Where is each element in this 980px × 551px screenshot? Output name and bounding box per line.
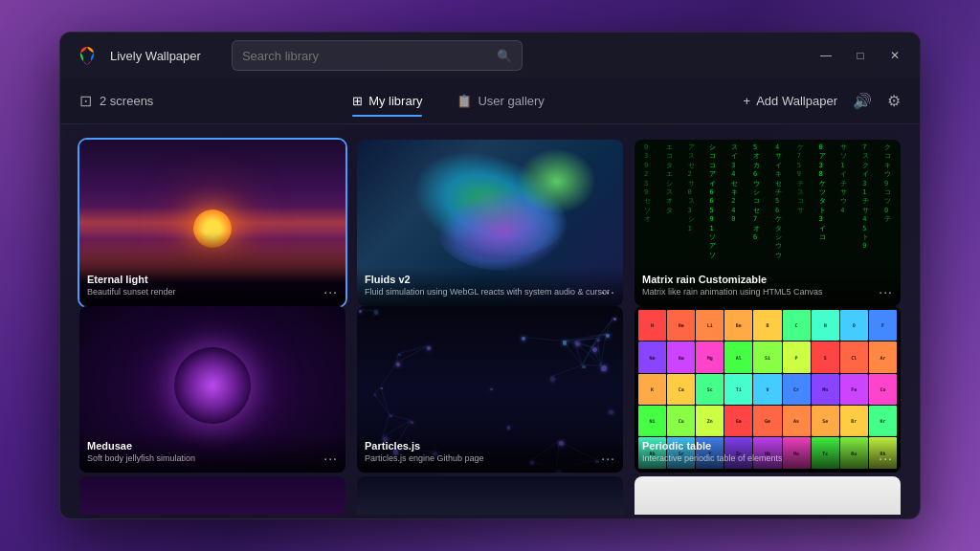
- add-wallpaper-button[interactable]: + Add Wallpaper: [744, 94, 837, 108]
- svg-line-21: [390, 415, 411, 421]
- wallpaper-grid: Eternal light Beautiful sunset render ··…: [60, 124, 920, 476]
- screens-indicator[interactable]: ⊡ 2 screens: [79, 92, 153, 110]
- card-info-medusa: Medusae Soft body jellyfish simulation: [79, 433, 345, 473]
- svg-line-38: [582, 339, 597, 365]
- svg-line-17: [396, 354, 398, 364]
- settings-button[interactable]: ⚙: [887, 92, 901, 110]
- user-gallery-icon: 📋: [457, 94, 472, 108]
- card-name-particles: Particles.js: [365, 439, 615, 452]
- svg-line-22: [381, 363, 397, 386]
- card-desc-particles: Particles.js engine Github page: [365, 453, 615, 465]
- tab-my-library[interactable]: ⊞ My library: [337, 86, 437, 116]
- svg-line-27: [575, 334, 607, 342]
- card-name-eternal-light: Eternal light: [87, 273, 338, 286]
- card-name-fluids: Fluids v2: [365, 273, 615, 286]
- tab-user-gallery[interactable]: 📋 User gallery: [441, 86, 559, 116]
- card-name-periodic: Periodic table: [642, 439, 893, 452]
- card-info-matrix: Matrix rain Customizable Matrix like rai…: [635, 267, 901, 306]
- svg-line-3: [582, 365, 601, 366]
- add-wallpaper-label: Add Wallpaper: [756, 94, 837, 108]
- svg-line-8: [359, 310, 374, 311]
- card-menu-matrix[interactable]: ···: [879, 285, 893, 298]
- window-controls: — □ ✕: [816, 46, 904, 65]
- svg-line-43: [381, 387, 390, 415]
- card-menu-medusa[interactable]: ···: [323, 452, 338, 465]
- wallpaper-card-matrix[interactable]: 039239セソオエコタエシスオタアスセ2サ0ス3シ1シココアイ66591ソアソ…: [635, 140, 901, 306]
- card-info-periodic: Periodic table Interactive periodic tabl…: [635, 433, 901, 473]
- app-window: Lively Wallpaper 🔍 — □ ✕ ⊡ 2 screens ⊞ M…: [59, 32, 921, 519]
- card-info-eternal-light: Eternal light Beautiful sunset render: [79, 267, 345, 306]
- nav-right: + Add Wallpaper 🔊 ⚙: [744, 92, 901, 110]
- svg-line-42: [374, 387, 381, 394]
- card-menu-fluids[interactable]: ···: [601, 285, 615, 298]
- maximize-button[interactable]: □: [851, 46, 870, 65]
- card-name-matrix: Matrix rain Customizable: [642, 273, 893, 286]
- screens-label: 2 screens: [100, 94, 153, 108]
- svg-line-7: [396, 346, 427, 364]
- search-bar[interactable]: 🔍: [232, 40, 523, 71]
- screens-icon: ⊡: [79, 92, 92, 110]
- svg-line-36: [592, 318, 613, 347]
- my-library-label: My library: [368, 94, 422, 108]
- partial-card-3[interactable]: [635, 476, 901, 515]
- volume-button[interactable]: 🔊: [853, 92, 872, 110]
- my-library-icon: ⊞: [352, 94, 363, 108]
- wallpaper-card-particles[interactable]: Particles.js Particles.js engine Github …: [357, 306, 623, 473]
- app-title: Lively Wallpaper: [110, 49, 201, 63]
- add-icon: +: [744, 94, 751, 108]
- card-desc-eternal-light: Beautiful sunset render: [87, 287, 338, 298]
- title-bar: Lively Wallpaper 🔍 — □ ✕: [60, 33, 920, 78]
- app-logo: [76, 44, 99, 67]
- nav-bar: ⊡ 2 screens ⊞ My library 📋 User gallery …: [60, 78, 920, 124]
- svg-line-19: [522, 337, 563, 341]
- card-name-medusa: Medusae: [87, 439, 338, 452]
- user-gallery-label: User gallery: [478, 94, 544, 108]
- volume-icon: 🔊: [853, 92, 872, 110]
- settings-icon: ⚙: [887, 92, 901, 110]
- svg-line-1: [601, 334, 606, 365]
- card-desc-fluids: Fluid simulation using WebGL reacts with…: [365, 287, 615, 298]
- wallpaper-card-fluids[interactable]: Fluids v2 Fluid simulation using WebGL r…: [357, 140, 623, 306]
- svg-line-44: [374, 394, 390, 415]
- card-desc-medusa: Soft body jellyfish simulation: [87, 453, 338, 465]
- minimize-button[interactable]: —: [816, 46, 835, 65]
- svg-line-37: [575, 342, 592, 347]
- card-info-particles: Particles.js Particles.js engine Github …: [357, 433, 623, 473]
- wallpaper-card-periodic[interactable]: HHeLiBeBCNOFNeNaMgAlSiPSClArKCaScTiVCrMn…: [635, 306, 901, 473]
- card-desc-periodic: Interactive periodic table of elements: [642, 453, 893, 465]
- partial-card-2[interactable]: [357, 476, 623, 515]
- card-info-fluids: Fluids v2 Fluid simulation using WebGL r…: [357, 267, 623, 306]
- svg-line-40: [597, 318, 613, 339]
- nav-tabs: ⊞ My library 📋 User gallery: [337, 86, 560, 116]
- card-menu-periodic[interactable]: ···: [879, 452, 893, 465]
- svg-line-6: [398, 346, 427, 354]
- partial-card-1[interactable]: [79, 476, 345, 515]
- wallpaper-card-eternal-light[interactable]: Eternal light Beautiful sunset render ··…: [79, 140, 345, 306]
- svg-line-33: [550, 365, 582, 377]
- card-desc-matrix: Matrix like rain animation using HTML5 C…: [642, 287, 893, 298]
- search-icon: 🔍: [497, 49, 512, 63]
- search-input[interactable]: [242, 49, 490, 63]
- partial-bottom-row: [60, 476, 920, 515]
- wallpaper-card-medusa[interactable]: Medusae Soft body jellyfish simulation ·…: [79, 306, 345, 473]
- close-button[interactable]: ✕: [885, 46, 904, 65]
- card-menu-eternal-light[interactable]: ···: [323, 285, 338, 298]
- card-menu-particles[interactable]: ···: [601, 452, 615, 465]
